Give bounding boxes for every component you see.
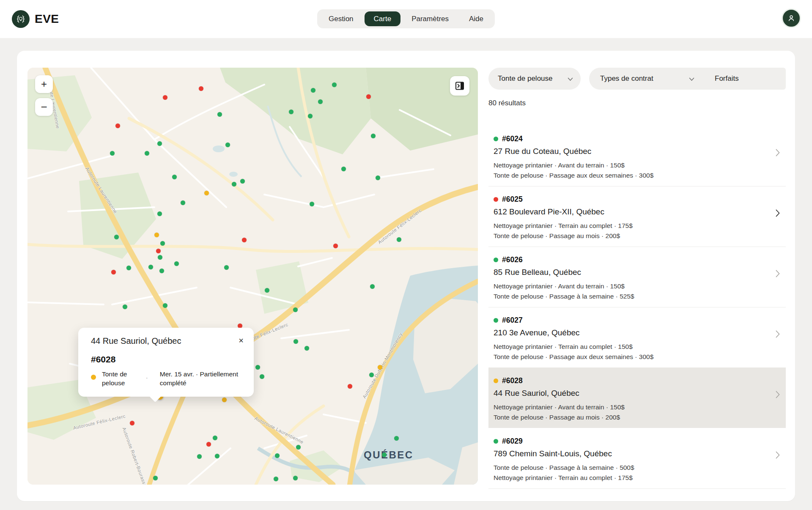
map-marker[interactable] [265,288,269,293]
map-marker[interactable] [293,307,298,312]
map-canvas[interactable]: Autoroute LaurentienneAutoroute Laurenti… [27,68,478,485]
map-marker[interactable] [126,266,131,270]
contract-filter-label: Types de contrat [600,74,689,83]
map-marker[interactable] [394,436,399,441]
map-marker[interactable] [332,82,337,87]
map-marker[interactable] [160,241,165,246]
map-marker[interactable] [213,436,217,440]
map-marker[interactable] [240,179,245,184]
map-marker[interactable] [310,202,314,206]
tab-aide[interactable]: Aide [460,11,493,26]
content-card: Autoroute LaurentienneAutoroute Laurenti… [17,51,795,501]
popup-close-icon[interactable]: × [233,336,244,345]
results-count: 80 résultats [488,99,786,107]
map-marker[interactable] [111,270,116,274]
map-marker[interactable] [255,365,260,370]
popup-contract-id: #6028 [91,354,244,365]
list-item-6029[interactable]: #6029789 Chemin Saint-Louis, QuébecTonte… [488,428,786,488]
map-marker[interactable] [217,112,222,117]
map-marker[interactable] [172,175,177,179]
collapse-panel-button[interactable] [450,76,469,96]
map-marker[interactable] [204,191,209,195]
list-item-6025[interactable]: #6025612 Boulevard Pie-XII, QuébecNettoy… [488,186,786,247]
map-marker[interactable] [238,324,242,328]
map-marker[interactable] [348,384,352,389]
map-marker[interactable] [158,255,162,260]
map-marker[interactable] [289,110,294,114]
map-marker[interactable] [333,244,338,248]
service-filter-label: Tonte de pelouse [498,74,568,83]
map-marker[interactable] [215,454,219,458]
user-avatar[interactable] [782,8,801,28]
map-marker[interactable] [181,200,185,205]
map-marker[interactable] [148,265,153,269]
map-marker[interactable] [145,151,149,156]
map-marker[interactable] [159,269,164,273]
map-marker[interactable] [378,365,382,370]
main-nav: GestionCarteParamètresAide [317,9,495,28]
service-filter-dropdown[interactable]: Tonte de pelouse [488,68,581,90]
app-header: EVE GestionCarteParamètresAide [0,0,812,38]
eve-logo-icon [12,10,30,28]
map-marker[interactable] [371,134,376,138]
map-marker[interactable] [366,94,371,99]
chevron-down-icon [568,77,573,81]
map-marker[interactable] [206,442,211,447]
map-marker[interactable] [369,373,374,377]
map-marker[interactable] [174,261,179,266]
map-marker[interactable] [163,303,167,308]
map-marker[interactable] [154,233,159,237]
map-marker[interactable] [260,374,264,379]
chevron-right-icon [776,451,780,461]
popup-address: 44 Rue Sauriol, Québec [91,336,233,346]
list-item-6027[interactable]: #6027210 3e Avenue, QuébecNettoyage prin… [488,307,786,367]
list-item-6026[interactable]: #602685 Rue Belleau, QuébecNettoyage pri… [488,247,786,307]
map-marker[interactable] [382,452,387,457]
map-marker[interactable] [397,237,401,242]
map-marker[interactable] [123,304,127,309]
map-marker[interactable] [222,398,227,402]
map-marker[interactable] [157,141,162,146]
map-marker[interactable] [293,476,298,480]
filter-bar: Tonte de pelouse Types de contrat Forfai… [488,68,786,90]
list-item-6024[interactable]: #602427 Rue du Coteau, QuébecNettoyage p… [488,126,786,186]
brand: EVE [12,10,59,28]
map-marker[interactable] [156,249,161,253]
contract-type-filter-dropdown[interactable]: Types de contrat Forfaits [589,68,786,90]
map-marker[interactable] [232,182,236,186]
map-zoom-in-button[interactable]: + [35,75,53,93]
map-marker[interactable] [304,346,309,351]
map-marker[interactable] [376,175,380,180]
map-marker[interactable] [157,211,162,216]
map-marker[interactable] [275,453,280,458]
chevron-right-icon [776,209,780,219]
map-marker[interactable] [163,95,167,100]
map-marker[interactable] [370,284,375,289]
map-marker[interactable] [274,477,278,481]
map-marker[interactable] [110,151,115,156]
map-marker[interactable] [199,86,203,91]
map-marker[interactable] [318,99,323,104]
tab-paramètres[interactable]: Paramètres [402,11,458,26]
map-marker[interactable] [296,445,301,450]
map-marker[interactable] [242,238,247,242]
contract-services: Tonte de pelouse · Passage à la semaine … [494,463,767,483]
contract-address: 789 Chemin Saint-Louis, Québec [494,449,767,458]
packages-filter-label[interactable]: Forfaits [715,74,739,83]
map-marker[interactable] [114,235,119,239]
map-marker[interactable] [225,143,230,147]
map-marker[interactable] [308,114,313,118]
map-marker[interactable] [311,88,315,93]
list-item-6028[interactable]: #602844 Rue Sauriol, QuébecNettoyage pri… [488,367,786,428]
map-marker[interactable] [153,476,158,480]
tab-carte[interactable]: Carte [365,11,401,26]
map-marker[interactable] [130,421,134,425]
map-marker[interactable] [341,167,346,171]
map-marker[interactable] [197,454,202,459]
map-zoom-out-button[interactable]: − [35,98,53,116]
map-marker[interactable] [294,339,298,344]
map-marker[interactable] [115,123,120,128]
tab-gestion[interactable]: Gestion [319,11,363,26]
contract-id: #6025 [502,195,523,204]
map-marker[interactable] [224,265,229,270]
